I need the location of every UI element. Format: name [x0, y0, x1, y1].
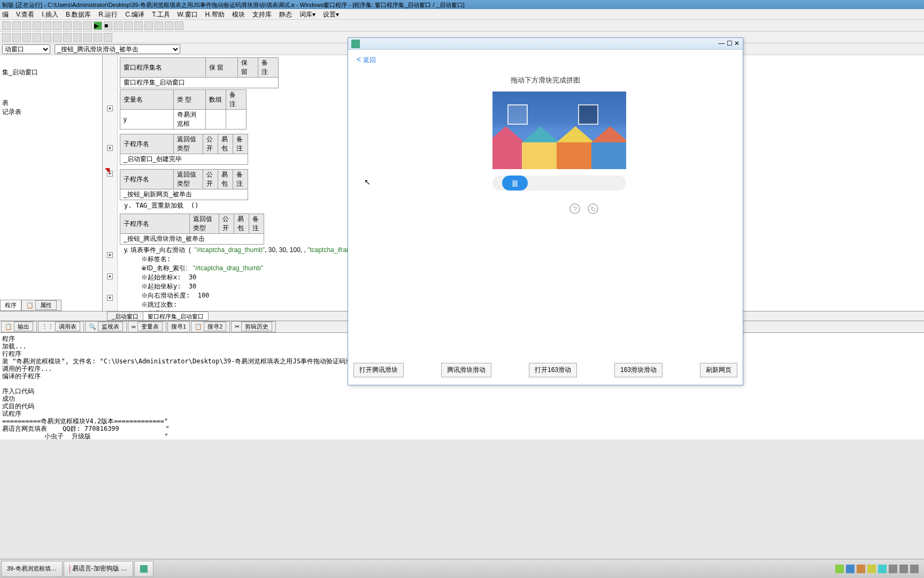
tray-icon[interactable] [857, 565, 865, 573]
taskbar-item[interactable] [134, 561, 153, 577]
taskbar-item[interactable]: 易语言-加密狗版 … [64, 561, 133, 577]
163-slide-button[interactable]: 163滑块滑动 [614, 363, 663, 377]
toolbar-button[interactable] [114, 21, 122, 30]
menu-module[interactable]: 模块 [232, 10, 245, 18]
sub-header: 子程序名返回值类型公开易包备 注 _按钮_腾讯滑块滑动_被单击 [120, 214, 264, 245]
tree-item[interactable]: 记录表 [2, 108, 100, 117]
toolbar-button[interactable] [12, 33, 21, 42]
tray-icon[interactable] [835, 565, 844, 573]
toolbar-button[interactable] [63, 21, 72, 30]
menu-settings[interactable]: 设置▾ [323, 10, 339, 18]
tray-icon[interactable] [899, 565, 908, 573]
open-163-button[interactable]: 打开163滑动 [529, 363, 577, 377]
output-tab-calltable[interactable]: ⋮⋮ 调用表 [38, 321, 84, 332]
toolbar-button[interactable] [165, 21, 173, 30]
program-set-header: 窗口程序集名保 留保 留备 注 窗口程序集_启动窗口 [120, 57, 279, 88]
toolbar-button[interactable] [175, 21, 183, 30]
output-tab-vars[interactable]: ∞ 变量表 [128, 321, 166, 332]
captcha-instruction: 拖动下方滑块完成拼图 [492, 75, 598, 85]
output-tab-search1[interactable]: 搜寻1 [167, 321, 190, 332]
window-controls[interactable]: — ☐ ✕ [718, 40, 740, 47]
menu-run[interactable]: R.运行 [98, 10, 118, 18]
toolbar-button[interactable] [53, 21, 61, 30]
sub-header: 子程序名返回值类型公开易包备 注 _启动窗口_创建完毕 [120, 134, 248, 165]
menu-dict[interactable]: 词库▾ [299, 10, 315, 18]
fold-icon[interactable]: + [107, 295, 113, 301]
refresh-page-button[interactable]: 刷新网页 [700, 363, 737, 377]
toolbar-button[interactable] [22, 21, 31, 30]
tree-item[interactable]: 集_启动窗口 [2, 68, 100, 77]
output-tab-output[interactable]: 📋 输出 [1, 321, 37, 332]
toolbar-button[interactable] [43, 21, 51, 30]
toolbar-button[interactable] [134, 21, 143, 30]
left-tab-program[interactable]: 程序 [0, 300, 21, 311]
fold-icon[interactable]: + [107, 252, 113, 258]
toolbar-button[interactable] [22, 33, 31, 42]
toolbar-stop-button[interactable]: ■ [104, 21, 112, 30]
toolbar-button[interactable] [53, 33, 61, 42]
menu-help[interactable]: H.帮助 [205, 10, 225, 18]
help-icon[interactable]: ? [569, 203, 580, 214]
captcha-slider-track[interactable]: ||| [492, 176, 626, 191]
fold-icon[interactable]: + [107, 105, 113, 111]
window-combo[interactable]: 动窗口 [2, 44, 50, 54]
toolbar-button[interactable] [94, 33, 102, 42]
puzzle-slot [507, 104, 528, 125]
tray-icon[interactable] [867, 565, 876, 573]
procedure-combo[interactable]: _按钮_腾讯滑块滑动_被单击 [55, 44, 180, 54]
toolbar-button[interactable] [43, 33, 51, 42]
project-tree[interactable]: 集_启动窗口 表 记录表 [0, 55, 102, 299]
toolbar-button[interactable] [63, 33, 72, 42]
open-tencent-button[interactable]: 打开腾讯滑块 [353, 363, 404, 377]
tree-item[interactable]: 表 [2, 98, 100, 108]
menu-compile[interactable]: C.编译 [125, 10, 144, 18]
taskbar-item[interactable]: 39-奇易浏览框填… [1, 561, 63, 577]
captcha-slider-thumb[interactable]: ||| [502, 176, 528, 191]
toolbar-button[interactable] [155, 21, 163, 30]
menu-support[interactable]: 支持库 [252, 10, 272, 18]
toolbar-button[interactable] [83, 21, 92, 30]
toolbar-button[interactable] [12, 21, 21, 30]
left-tab-properties[interactable]: 📋 属性 [21, 300, 61, 311]
fold-icon[interactable]: + [107, 145, 113, 151]
tencent-slide-button[interactable]: 腾讯滑块滑动 [441, 363, 491, 377]
toolbar-button[interactable] [144, 21, 153, 30]
app-titlebar[interactable]: — ☐ ✕ [348, 38, 743, 50]
tray-icon[interactable] [846, 565, 854, 573]
captcha-image [492, 92, 626, 169]
toolbar-button[interactable] [73, 21, 82, 30]
toolbar-button[interactable] [104, 33, 112, 42]
tray-icon[interactable] [889, 565, 897, 573]
toolbar-button[interactable] [2, 33, 11, 42]
refresh-icon[interactable]: ↻ [588, 203, 598, 214]
output-tab-clipboard[interactable]: ✂ 剪辑历史 [231, 321, 276, 332]
system-tray[interactable] [835, 565, 923, 573]
menu-edit[interactable]: 编 [2, 10, 9, 18]
menu-view[interactable]: V.查看 [16, 10, 34, 18]
back-link[interactable]: < 返回 [348, 50, 743, 70]
app-icon [351, 40, 360, 48]
toolbar-button[interactable] [2, 21, 11, 30]
project-tree-panel: 集_启动窗口 表 记录表 程序 📋 属性 [0, 55, 103, 311]
menu-database[interactable]: B.数据库 [66, 10, 91, 18]
fold-icon[interactable]: + [107, 273, 113, 279]
toolbar-button[interactable] [83, 33, 92, 42]
toolbar-button[interactable] [33, 21, 41, 30]
toolbar-button[interactable] [124, 21, 133, 30]
menu-tools[interactable]: T.工具 [152, 10, 170, 18]
output-tab-watch[interactable]: 🔍 监视表 [85, 321, 127, 332]
editor-tab[interactable]: 窗口程序集_启动窗口 [143, 311, 209, 321]
menu-window[interactable]: W.窗口 [178, 10, 198, 18]
output-tab-search2[interactable]: 📋 搜寻2 [191, 321, 230, 332]
mouse-cursor-icon: ↖ [364, 178, 371, 186]
menu-insert[interactable]: I.插入 [42, 10, 58, 18]
toolbar-button[interactable] [73, 33, 82, 42]
main-menubar: 编 V.查看 I.插入 B.数据库 R.运行 C.编译 T.工具 W.窗口 H.… [0, 9, 924, 20]
breakpoint-icon[interactable]: ◥ [105, 166, 110, 174]
tray-icon[interactable] [910, 565, 919, 573]
menu-static[interactable]: 静态 [279, 10, 292, 18]
tray-icon[interactable] [878, 565, 887, 573]
editor-tab[interactable]: _启动窗口 [107, 311, 143, 321]
toolbar-run-button[interactable]: ▶ [94, 21, 102, 30]
toolbar-button[interactable] [33, 33, 41, 42]
